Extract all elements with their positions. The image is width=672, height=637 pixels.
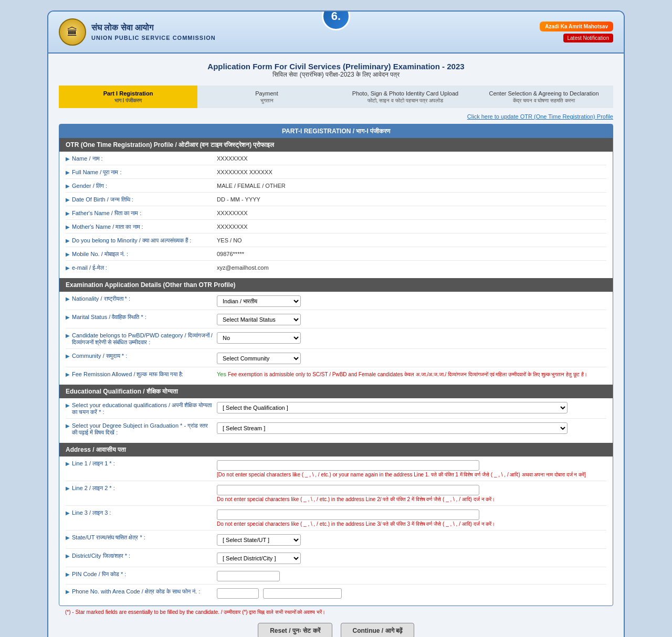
arrow-icon: ▶ [66, 169, 70, 175]
state-select[interactable]: [ Select State/UT ] [217, 534, 301, 546]
minority-value: YES / NO [217, 236, 606, 243]
pin-input[interactable] [217, 571, 280, 581]
nationality-select[interactable]: Indian / भारतीय [217, 295, 301, 307]
step-1-registration[interactable]: Part I Registration भाग I पंजीकरण [59, 86, 197, 108]
azadi-badge: Azadi Ka Amrit Mahotsav [540, 22, 613, 31]
arrow-icon: ▶ [66, 402, 70, 408]
marital-label: ▶ Marital Status / वैवाहिक स्थिति * : [66, 313, 213, 321]
name-value: XXXXXXXX [217, 154, 606, 162]
marital-select[interactable]: Select Marital Status [217, 314, 301, 325]
field-mobile: ▶ Mobile No. / मोबाइल नं. : 09876***** [66, 247, 606, 261]
line3-input-wrapper: Do not enter special characters like ( _… [217, 508, 606, 527]
arrow-icon: ▶ [66, 535, 70, 540]
step-1-sublabel: भाग I पंजीकरण [64, 97, 192, 104]
email-label: ▶ e-mail / ई-मेल : [66, 263, 213, 271]
field-pwd: ▶ Candidate belongs to PwBD/PWD category… [66, 328, 606, 349]
fee-remission-value: Yes Fee exemption is admissible only to … [217, 370, 606, 378]
pwd-select-wrapper: No [217, 331, 606, 344]
arrow-icon: ▶ [66, 224, 70, 230]
pwd-select[interactable]: No [217, 332, 301, 344]
mother-label: ▶ Mother's Name / माता का नाम : [66, 222, 213, 230]
line1-input[interactable] [217, 460, 479, 471]
field-community: ▶ Community / समुदाय * : Select Communit… [66, 349, 606, 367]
fullname-value: XXXXXXXX XXXXXX [217, 168, 606, 175]
email-value: xyz@emailhost.com [217, 263, 606, 271]
field-mother: ▶ Mother's Name / माता का नाम : XXXXXXXX [66, 220, 606, 233]
state-select-wrapper: [ Select State/UT ] [217, 533, 606, 546]
step-4-center[interactable]: Center Selection & Agreeing to Declarati… [475, 86, 613, 108]
qualification-select[interactable]: [ Select the Qualification ] [217, 402, 568, 413]
pin-label: ▶ PIN Code / पिन कोड * : [66, 570, 213, 578]
arrow-icon: ▶ [66, 238, 70, 243]
step-3-label: Photo, Sign & Photo Identity Card Upload [341, 90, 469, 97]
arrow-icon: ▶ [66, 197, 70, 203]
form-card: PART-I REGISTRATION / भाग-I पंजीकरण OTR … [59, 124, 613, 606]
field-state: ▶ State/UT राज्य/संघ षासित क्षेत्र * : [… [66, 530, 606, 549]
form-card-header: PART-I REGISTRATION / भाग-I पंजीकरण [59, 124, 613, 138]
otr-section-header: OTR (One Time Registration) Profile / ओट… [59, 138, 613, 152]
field-address-line2: ▶ Line 2 / लाइन 2 * : Do not enter speci… [66, 481, 606, 506]
reset-button[interactable]: Reset / पुनः सेट करें [258, 623, 332, 637]
nationality-select-wrapper: Indian / भारतीय [217, 294, 606, 307]
edu-fields: ▶ Select your educational qualifications… [59, 398, 613, 443]
marital-select-wrapper: Select Marital Status [217, 313, 606, 325]
arrow-icon: ▶ [66, 423, 70, 429]
field-father: ▶ Father's Name / पिता का नाम : XXXXXXXX [66, 206, 606, 220]
arrow-icon: ▶ [66, 265, 70, 271]
fee-remission-text: Yes [217, 371, 226, 377]
arrow-icon: ▶ [66, 371, 70, 377]
step-2-payment[interactable]: Payment भुगतान [197, 86, 336, 108]
stream-label: ▶ Select your Degree Subject in Graduati… [66, 421, 213, 436]
stream-select-wrapper: [ Select Stream ] [217, 421, 606, 434]
field-minority: ▶ Do you belong to Minority / क्या आप अल… [66, 233, 606, 247]
field-name: ▶ Name / नाम : XXXXXXXX [66, 152, 606, 165]
community-select[interactable]: Select Community [217, 353, 301, 364]
line2-warn: Do not enter special characters like ( _… [217, 496, 606, 503]
step-3-upload[interactable]: Photo, Sign & Photo Identity Card Upload… [336, 86, 475, 108]
phone-input-wrapper [217, 587, 606, 599]
phone-number-input[interactable] [263, 588, 342, 599]
fee-note: Fee exemption is admissible only to SC/S… [228, 370, 587, 378]
field-marital: ▶ Marital Status / वैवाहिक स्थिति * : Se… [66, 310, 606, 328]
qual-select-wrapper: [ Select the Qualification ] [217, 401, 606, 413]
step-4-sublabel: केंद्र चयन व घोषणा सहमति करना [480, 97, 608, 104]
form-buttons: Reset / पुनः सेट करें Continue / आगे बढ़… [59, 617, 613, 637]
mother-value: XXXXXXXX [217, 222, 606, 230]
dob-label: ▶ Date Of Birth / जन्म तिथि : [66, 195, 213, 203]
area-code-input[interactable] [217, 588, 259, 599]
otr-fields: ▶ Name / नाम : XXXXXXXX ▶ Full Name / पू… [59, 152, 613, 278]
mobile-value: 09876***** [217, 250, 606, 257]
phone-label: ▶ Phone No. with Area Code / क्षेत्र कोड… [66, 587, 213, 595]
line1-input-wrapper: [Do not enter special characters like ( … [217, 459, 606, 478]
header-left: 🏛 संघ लोक सेवा आयोग UNION PUBLIC SERVICE… [59, 18, 216, 46]
latest-notification-button[interactable]: Latest Notification [563, 34, 614, 43]
stream-select[interactable]: [ Select Stream ] [217, 422, 568, 434]
state-label: ▶ State/UT राज्य/संघ षासित क्षेत्र * : [66, 533, 213, 541]
continue-button[interactable]: Continue / आगे बढ़ें [341, 623, 414, 637]
pwd-label: ▶ Candidate belongs to PwBD/PWD category… [66, 331, 213, 346]
upsc-logo: 🏛 [59, 18, 86, 46]
line2-label: ▶ Line 2 / लाइन 2 * : [66, 484, 213, 492]
steps-nav: Part I Registration भाग I पंजीकरण Paymen… [59, 86, 613, 108]
field-stream: ▶ Select your Degree Subject in Graduati… [66, 419, 606, 439]
arrow-icon: ▶ [66, 251, 70, 257]
address-fields: ▶ Line 1 / लाइन 1 * : [Do not enter spec… [59, 456, 613, 606]
otr-update-link[interactable]: Click here to update OTR (One Time Regis… [59, 113, 613, 120]
arrow-icon: ▶ [66, 461, 70, 466]
arrow-icon: ▶ [66, 296, 70, 302]
fullname-label: ▶ Full Name / पूरा नाम : [66, 168, 213, 176]
arrow-icon: ▶ [66, 333, 70, 338]
exam-fields: ▶ Nationality / राष्ट्रीयता * : Indian /… [59, 292, 613, 385]
gender-value: MALE / FEMALE / OTHER [217, 182, 606, 189]
line2-input[interactable] [217, 485, 479, 495]
district-select[interactable]: [ Select District/City ] [217, 553, 301, 564]
form-title-hindi: सिविल सेवा (प्रारंभिक) परीक्षा-2023 के ल… [59, 71, 613, 78]
field-qualification: ▶ Select your educational qualifications… [66, 398, 606, 419]
field-pin: ▶ PIN Code / पिन कोड * : [66, 567, 606, 585]
pin-input-wrapper [217, 570, 606, 581]
field-dob: ▶ Date Of Birth / जन्म तिथि : DD - MM - … [66, 193, 606, 206]
line3-input[interactable] [217, 509, 479, 520]
header-title: संघ लोक सेवा आयोग UNION PUBLIC SERVICE C… [91, 22, 216, 42]
address-section-header: Address / आवासीय पता [59, 443, 613, 456]
exam-section-header: Examination Application Details (Other t… [59, 278, 613, 292]
